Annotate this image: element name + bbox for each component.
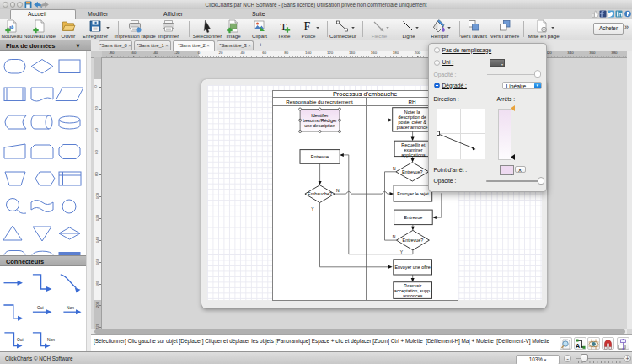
svg-text:une description: une description — [304, 123, 335, 128]
svg-text:F: F — [304, 20, 311, 33]
svg-text:Envoyer le rejet: Envoyer le rejet — [397, 190, 429, 195]
svg-text:Responsable du recrutement: Responsable du recrutement — [286, 98, 353, 104]
svg-text:Oui: Oui — [37, 306, 43, 310]
svg-text:Processus d'embauche: Processus d'embauche — [333, 89, 398, 97]
svg-text:applications: applications — [401, 152, 426, 157]
svg-text:Embauche?: Embauche? — [308, 191, 332, 196]
svg-text:Non: Non — [67, 306, 74, 310]
svg-text:Entrevue: Entrevue — [404, 214, 423, 219]
svg-text:N: N — [393, 165, 396, 170]
svg-text:placer annonce: placer annonce — [397, 125, 428, 130]
svg-text:Entrevue: Entrevue — [311, 154, 329, 159]
svg-text:N: N — [336, 188, 340, 193]
svg-text:Oui: Oui — [17, 338, 23, 342]
svg-text:annonces: annonces — [403, 293, 423, 298]
svg-text:A: A — [576, 343, 580, 349]
svg-text:RH: RH — [409, 98, 416, 104]
svg-text:Non: Non — [47, 338, 55, 342]
svg-text:Envoyer une offre: Envoyer une offre — [394, 264, 430, 269]
svg-text:ab: ab — [9, 25, 14, 29]
svg-text:Entrevue?: Entrevue? — [402, 169, 423, 174]
svg-text:Entrevue?: Entrevue? — [403, 238, 424, 243]
svg-text:N: N — [393, 233, 396, 238]
